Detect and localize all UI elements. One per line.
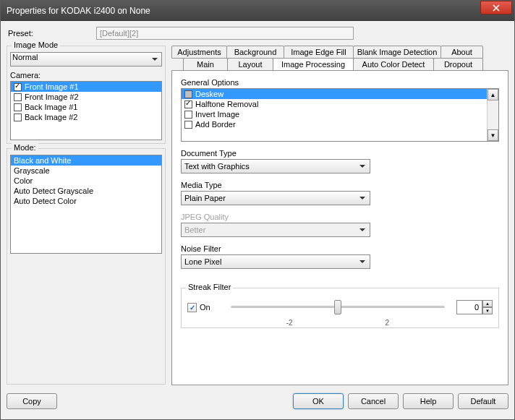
tab-about[interactable]: About bbox=[440, 46, 483, 59]
document-type-label: Document Type bbox=[181, 149, 499, 158]
mode-item-bw[interactable]: Black and White bbox=[11, 155, 161, 166]
dialog-buttons: Copy OK Cancel Help Default bbox=[7, 393, 508, 409]
close-icon bbox=[493, 4, 500, 12]
general-options-label: General Options bbox=[181, 78, 499, 87]
tab-dropout[interactable]: Dropout bbox=[433, 58, 483, 71]
tab-content: General Options Deskew Halftone Removal … bbox=[171, 70, 508, 385]
spin-up-icon[interactable]: ▲ bbox=[482, 300, 493, 307]
scroll-down-icon[interactable]: ▼ bbox=[488, 129, 498, 141]
cancel-button[interactable]: Cancel bbox=[348, 393, 399, 409]
tab-image-edge-fill[interactable]: Image Edge Fill bbox=[284, 46, 354, 59]
document-type-section: Document Type Text with Graphics bbox=[181, 149, 499, 173]
camera-label: Camera: bbox=[10, 71, 162, 80]
spin-down-icon[interactable]: ▼ bbox=[482, 307, 493, 314]
left-panel: Image Mode Normal Camera: Front Image #1… bbox=[7, 46, 166, 389]
checkbox-icon[interactable] bbox=[14, 93, 22, 101]
copy-button[interactable]: Copy bbox=[7, 393, 57, 409]
media-type-section: Media Type Plain Paper bbox=[181, 181, 499, 205]
streak-on-label: On bbox=[200, 303, 210, 312]
checkbox-icon[interactable] bbox=[14, 113, 22, 121]
option-invert[interactable]: Invert Image bbox=[182, 109, 487, 119]
mode-group: Mode: Black and White Grayscale Color Au… bbox=[7, 148, 166, 385]
checkbox-icon[interactable] bbox=[184, 111, 192, 119]
mode-listbox[interactable]: Black and White Grayscale Color Auto Det… bbox=[10, 155, 162, 254]
media-type-select[interactable]: Plain Paper bbox=[181, 191, 370, 205]
streak-filter-label: Streak Filter bbox=[186, 283, 233, 291]
tab-layout[interactable]: Layout bbox=[227, 58, 273, 71]
checkbox-icon[interactable] bbox=[184, 90, 192, 98]
ok-button[interactable]: OK bbox=[293, 393, 344, 409]
streak-slider[interactable]: -2 2 bbox=[231, 299, 445, 316]
general-options-section: General Options Deskew Halftone Removal … bbox=[181, 78, 499, 142]
preset-row: Preset: bbox=[7, 27, 508, 40]
checkbox-icon[interactable] bbox=[14, 103, 22, 111]
help-button[interactable]: Help bbox=[403, 393, 454, 409]
option-addborder[interactable]: Add Border bbox=[182, 119, 487, 129]
document-type-select[interactable]: Text with Graphics bbox=[181, 159, 370, 173]
right-panel: Adjustments Background Image Edge Fill B… bbox=[171, 46, 508, 389]
titlebar[interactable]: Properties for KODAK i2400 on None bbox=[1, 1, 514, 21]
noise-filter-label: Noise Filter bbox=[181, 244, 499, 253]
slider-ticks: -2 2 bbox=[231, 319, 445, 327]
checkbox-icon[interactable] bbox=[184, 100, 192, 108]
tab-adjustments[interactable]: Adjustments bbox=[171, 46, 227, 59]
scroll-up-icon[interactable]: ▲ bbox=[488, 89, 498, 100]
window-title: Properties for KODAK i2400 on None bbox=[7, 6, 150, 16]
checkbox-icon[interactable] bbox=[187, 303, 197, 312]
tabs-front-row: Main Layout Image Processing Auto Color … bbox=[171, 58, 508, 71]
slider-thumb[interactable] bbox=[334, 300, 341, 314]
dialog-content: Preset: Image Mode Normal Camera: Front … bbox=[1, 21, 514, 419]
close-button[interactable] bbox=[480, 1, 512, 14]
camera-listbox[interactable]: Front Image #1 Front Image #2 Back Image… bbox=[10, 81, 162, 140]
tab-blank-image-detection[interactable]: Blank Image Detection bbox=[353, 46, 441, 59]
camera-item-back2[interactable]: Back Image #2 bbox=[11, 112, 161, 122]
option-halftone[interactable]: Halftone Removal bbox=[182, 99, 487, 109]
tab-image-processing[interactable]: Image Processing bbox=[273, 58, 354, 71]
camera-item-back1[interactable]: Back Image #1 bbox=[11, 102, 161, 112]
mode-item-color[interactable]: Color bbox=[11, 176, 161, 186]
properties-dialog: Properties for KODAK i2400 on None Prese… bbox=[0, 0, 515, 420]
mode-label: Mode: bbox=[12, 143, 38, 152]
tab-auto-color-detect[interactable]: Auto Color Detect bbox=[353, 58, 434, 71]
media-type-label: Media Type bbox=[181, 181, 499, 189]
mode-item-autogray[interactable]: Auto Detect Grayscale bbox=[11, 186, 161, 196]
streak-value-spinner[interactable]: ▲ ▼ bbox=[456, 300, 493, 314]
noise-filter-section: Noise Filter Lone Pixel bbox=[181, 244, 499, 269]
streak-on-checkbox[interactable]: On bbox=[187, 303, 210, 312]
option-deskew[interactable]: Deskew bbox=[182, 89, 487, 99]
image-mode-select[interactable]: Normal bbox=[10, 52, 162, 67]
mode-item-autocolor[interactable]: Auto Detect Color bbox=[11, 196, 161, 206]
checkbox-icon[interactable] bbox=[14, 83, 22, 91]
tab-main[interactable]: Main bbox=[183, 58, 228, 71]
tabs-back-row: Adjustments Background Image Edge Fill B… bbox=[171, 46, 508, 59]
image-mode-value: Normal bbox=[12, 53, 38, 61]
scroll-track[interactable] bbox=[488, 100, 498, 129]
jpeg-quality-label: JPEG Quality bbox=[181, 213, 499, 221]
preset-label: Preset: bbox=[7, 29, 96, 38]
streak-filter-group: Streak Filter On -2 2 bbox=[181, 288, 499, 328]
streak-value-input[interactable] bbox=[456, 300, 482, 314]
scrollbar[interactable]: ▲ ▼ bbox=[487, 89, 498, 141]
camera-item-front1[interactable]: Front Image #1 bbox=[11, 82, 161, 92]
image-mode-group: Image Mode Normal Camera: Front Image #1… bbox=[7, 46, 166, 144]
tab-background[interactable]: Background bbox=[226, 46, 284, 59]
jpeg-quality-section: JPEG Quality Better bbox=[181, 213, 499, 237]
noise-filter-select[interactable]: Lone Pixel bbox=[181, 254, 370, 269]
jpeg-quality-select: Better bbox=[181, 223, 370, 237]
preset-input[interactable] bbox=[96, 27, 354, 40]
camera-item-front2[interactable]: Front Image #2 bbox=[11, 92, 161, 102]
general-options-listbox[interactable]: Deskew Halftone Removal Invert Image Add… bbox=[181, 88, 499, 142]
checkbox-icon[interactable] bbox=[184, 121, 192, 129]
default-button[interactable]: Default bbox=[458, 393, 508, 409]
image-mode-label: Image Mode bbox=[12, 40, 60, 49]
mode-item-gray[interactable]: Grayscale bbox=[11, 166, 161, 176]
